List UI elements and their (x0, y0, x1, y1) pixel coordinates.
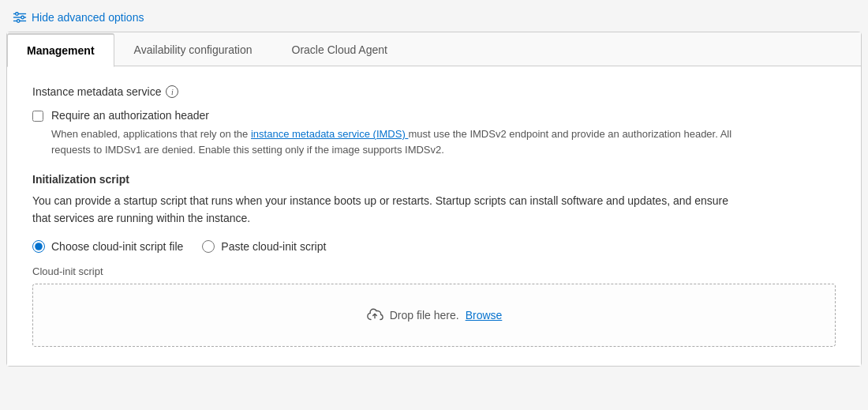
hide-advanced-link[interactable]: Hide advanced options (13, 11, 144, 24)
drop-zone[interactable]: Drop file here. Browse (32, 284, 836, 347)
radio-paste-script-option[interactable]: Paste cloud-init script (202, 240, 326, 253)
hide-advanced-label: Hide advanced options (32, 11, 144, 24)
auth-header-checkbox-row: Require an authorization header (32, 109, 836, 122)
imds-link[interactable]: instance metadata service (IMDS) (251, 128, 408, 140)
svg-point-1 (16, 13, 19, 16)
top-bar: Hide advanced options (0, 0, 868, 32)
cloud-init-radio-group: Choose cloud-init script file Paste clou… (32, 240, 836, 253)
tab-content-management: Instance metadata service i Require an a… (7, 66, 861, 366)
instance-metadata-section-title: Instance metadata service i (32, 85, 836, 98)
init-script-desc: You can provide a startup script that ru… (32, 192, 743, 228)
init-script-title: Initialization script (32, 173, 836, 186)
radio-choose-file-label: Choose cloud-init script file (51, 240, 183, 253)
svg-point-3 (21, 16, 24, 19)
tabs-header: Management Availability configuration Or… (7, 32, 861, 66)
auth-header-desc: When enabled, applications that rely on … (51, 126, 761, 157)
auth-header-label[interactable]: Require an authorization header (51, 109, 209, 122)
instance-metadata-title-text: Instance metadata service (32, 85, 161, 98)
tabs-container: Management Availability configuration Or… (6, 32, 862, 367)
radio-choose-file[interactable] (32, 240, 45, 253)
svg-point-5 (17, 20, 20, 23)
tab-management[interactable]: Management (7, 33, 114, 67)
settings-icon (13, 11, 27, 24)
cloud-init-script-label: Cloud-init script (32, 265, 836, 277)
tab-oracle-cloud-agent[interactable]: Oracle Cloud Agent (272, 33, 407, 66)
upload-icon (366, 307, 383, 324)
browse-link[interactable]: Browse (466, 309, 503, 322)
radio-paste-script-label: Paste cloud-init script (221, 240, 326, 253)
imds-link-text: instance metadata service (IMDS) (251, 128, 406, 140)
desc-text-1: When enabled, applications that rely on … (51, 128, 248, 140)
instance-metadata-info-icon[interactable]: i (166, 85, 178, 98)
tab-availability[interactable]: Availability configuration (114, 33, 272, 66)
auth-header-checkbox[interactable] (32, 111, 43, 122)
browse-link-text: Browse (466, 309, 503, 322)
radio-choose-file-option[interactable]: Choose cloud-init script file (32, 240, 183, 253)
drop-file-text: Drop file here. (390, 309, 459, 322)
radio-paste-script[interactable] (202, 240, 215, 253)
